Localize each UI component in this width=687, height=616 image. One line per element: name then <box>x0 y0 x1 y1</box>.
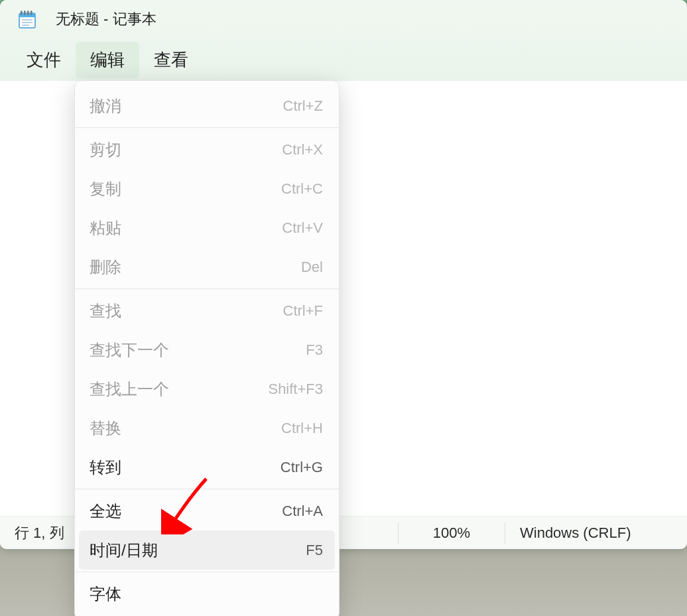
notepad-app-icon <box>19 10 36 29</box>
menu-item-shortcut: Ctrl+Z <box>283 97 324 115</box>
menu-separator <box>75 572 339 572</box>
menu-item-select-all[interactable]: 全选 Ctrl+A <box>75 491 339 530</box>
menu-item-time-date[interactable]: 时间/日期 F5 <box>79 530 335 570</box>
menu-item-shortcut: Ctrl+A <box>282 503 323 520</box>
menu-item-delete[interactable]: 删除 Del <box>75 247 339 286</box>
svg-rect-2 <box>21 11 23 15</box>
menu-edit[interactable]: 编辑 <box>76 42 139 78</box>
menu-item-undo[interactable]: 撤消 Ctrl+Z <box>75 86 339 125</box>
menu-item-shortcut: F5 <box>306 542 323 559</box>
menu-item-shortcut: Ctrl+F <box>283 302 324 320</box>
menu-item-shortcut: Ctrl+C <box>281 180 323 198</box>
menu-item-label: 字体 <box>90 584 121 605</box>
menu-item-replace[interactable]: 替换 Ctrl+H <box>75 408 339 448</box>
menu-item-label: 复制 <box>90 178 121 200</box>
svg-rect-4 <box>27 11 29 15</box>
menu-item-shortcut: Ctrl+V <box>282 219 323 237</box>
menu-item-label: 时间/日期 <box>90 540 158 561</box>
menu-separator <box>75 489 339 489</box>
menu-separator <box>75 127 339 128</box>
menu-item-label: 全选 <box>90 501 121 522</box>
menu-item-shortcut: Shift+F3 <box>268 381 323 398</box>
menu-item-find-prev[interactable]: 查找上一个 Shift+F3 <box>75 369 339 408</box>
menu-item-shortcut: Ctrl+X <box>282 141 323 158</box>
menu-view[interactable]: 查看 <box>139 42 203 78</box>
menu-item-label: 查找下一个 <box>90 339 169 361</box>
menu-item-shortcut: Ctrl+G <box>281 459 323 476</box>
menu-item-label: 查找上一个 <box>90 379 169 400</box>
menu-item-paste[interactable]: 粘贴 Ctrl+V <box>75 208 339 247</box>
menu-item-cut[interactable]: 剪切 Ctrl+X <box>75 130 339 169</box>
menu-bar: 文件 编辑 查看 <box>0 38 687 81</box>
menu-item-label: 删除 <box>90 257 121 278</box>
menu-item-goto[interactable]: 转到 Ctrl+G <box>75 448 339 487</box>
menu-item-shortcut: Ctrl+H <box>281 420 323 437</box>
menu-item-label: 查找 <box>90 300 121 322</box>
status-zoom: 100% <box>399 522 505 544</box>
edit-dropdown-menu: 撤消 Ctrl+Z 剪切 Ctrl+X 复制 Ctrl+C 粘贴 Ctrl+V … <box>74 80 340 616</box>
menu-item-shortcut: Del <box>301 259 323 276</box>
menu-item-find-next[interactable]: 查找下一个 F3 <box>75 330 339 369</box>
menu-item-label: 替换 <box>90 418 121 439</box>
menu-item-copy[interactable]: 复制 Ctrl+C <box>75 169 339 208</box>
title-bar: 无标题 - 记事本 <box>0 0 687 38</box>
status-line-ending: Windows (CRLF) <box>505 522 687 544</box>
menu-item-font[interactable]: 字体 <box>75 574 339 613</box>
menu-item-label: 剪切 <box>90 139 121 160</box>
menu-item-find[interactable]: 查找 Ctrl+F <box>75 291 339 330</box>
menu-item-label: 撤消 <box>90 95 121 117</box>
menu-item-shortcut: F3 <box>306 341 323 359</box>
menu-item-label: 转到 <box>90 457 121 478</box>
svg-rect-5 <box>31 11 32 15</box>
window-title: 无标题 - 记事本 <box>56 9 156 29</box>
menu-file[interactable]: 文件 <box>12 42 76 78</box>
menu-separator <box>75 288 339 289</box>
menu-item-label: 粘贴 <box>90 217 121 239</box>
svg-rect-3 <box>24 11 26 15</box>
